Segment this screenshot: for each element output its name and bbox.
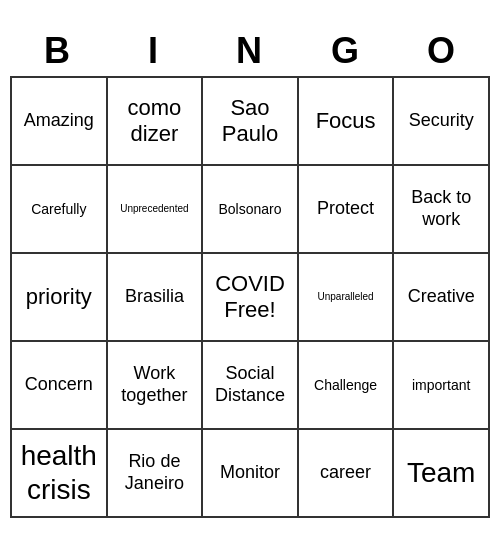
cell-text: COVID Free! xyxy=(207,271,293,324)
bingo-cell-r0-c3: Focus xyxy=(299,78,395,166)
cell-text: Focus xyxy=(316,108,376,134)
bingo-grid: Amazingcomo dizerSao PauloFocusSecurityC… xyxy=(10,76,490,518)
bingo-card: BINGO Amazingcomo dizerSao PauloFocusSec… xyxy=(10,26,490,518)
cell-text: Social Distance xyxy=(207,363,293,406)
bingo-cell-r0-c0: Amazing xyxy=(12,78,108,166)
cell-text: Team xyxy=(407,456,475,490)
header-letter-b: B xyxy=(10,26,106,76)
bingo-cell-r3-c2: Social Distance xyxy=(203,342,299,430)
cell-text: Amazing xyxy=(24,110,94,132)
bingo-cell-r3-c0: Concern xyxy=(12,342,108,430)
cell-text: Rio de Janeiro xyxy=(112,451,198,494)
bingo-cell-r2-c0: priority xyxy=(12,254,108,342)
bingo-cell-r3-c4: important xyxy=(394,342,490,430)
cell-text: priority xyxy=(26,284,92,310)
cell-text: Brasilia xyxy=(125,286,184,308)
header-letter-n: N xyxy=(202,26,298,76)
cell-text: important xyxy=(412,377,470,394)
bingo-cell-r3-c1: Work together xyxy=(108,342,204,430)
cell-text: Unparalleled xyxy=(318,291,374,303)
cell-text: Work together xyxy=(112,363,198,406)
bingo-cell-r2-c3: Unparalleled xyxy=(299,254,395,342)
bingo-cell-r1-c2: Bolsonaro xyxy=(203,166,299,254)
cell-text: Unprecedented xyxy=(120,203,188,215)
bingo-cell-r4-c4: Team xyxy=(394,430,490,518)
header-letter-i: I xyxy=(106,26,202,76)
cell-text: Protect xyxy=(317,198,374,220)
bingo-cell-r4-c1: Rio de Janeiro xyxy=(108,430,204,518)
header-letter-g: G xyxy=(298,26,394,76)
cell-text: Creative xyxy=(408,286,475,308)
cell-text: Back to work xyxy=(398,187,484,230)
bingo-cell-r2-c4: Creative xyxy=(394,254,490,342)
bingo-cell-r0-c4: Security xyxy=(394,78,490,166)
bingo-cell-r4-c2: Monitor xyxy=(203,430,299,518)
bingo-cell-r3-c3: Challenge xyxy=(299,342,395,430)
bingo-header: BINGO xyxy=(10,26,490,76)
header-letter-o: O xyxy=(394,26,490,76)
cell-text: Sao Paulo xyxy=(207,95,293,148)
bingo-cell-r4-c0: health crisis xyxy=(12,430,108,518)
bingo-cell-r1-c4: Back to work xyxy=(394,166,490,254)
bingo-cell-r0-c2: Sao Paulo xyxy=(203,78,299,166)
cell-text: Monitor xyxy=(220,462,280,484)
bingo-cell-r1-c0: Carefully xyxy=(12,166,108,254)
cell-text: career xyxy=(320,462,371,484)
cell-text: como dizer xyxy=(112,95,198,148)
bingo-cell-r1-c1: Unprecedented xyxy=(108,166,204,254)
cell-text: health crisis xyxy=(16,439,102,506)
bingo-cell-r1-c3: Protect xyxy=(299,166,395,254)
cell-text: Concern xyxy=(25,374,93,396)
cell-text: Carefully xyxy=(31,201,86,218)
bingo-cell-r4-c3: career xyxy=(299,430,395,518)
bingo-cell-r0-c1: como dizer xyxy=(108,78,204,166)
cell-text: Challenge xyxy=(314,377,377,394)
cell-text: Bolsonaro xyxy=(218,201,281,218)
bingo-cell-r2-c2: COVID Free! xyxy=(203,254,299,342)
cell-text: Security xyxy=(409,110,474,132)
bingo-cell-r2-c1: Brasilia xyxy=(108,254,204,342)
